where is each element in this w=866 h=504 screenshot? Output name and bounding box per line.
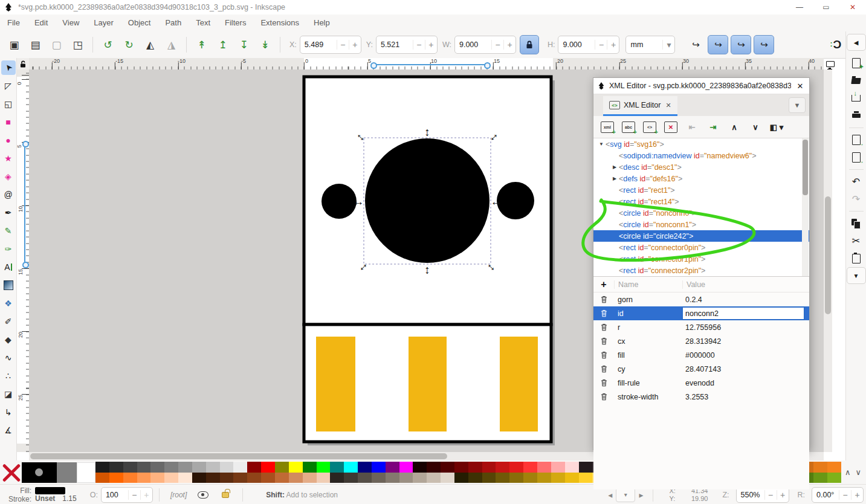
palette-swatch[interactable]: [164, 473, 178, 483]
unit-dropdown[interactable]: mm ▾: [625, 36, 675, 54]
attribute-value[interactable]: evenodd: [682, 379, 809, 387]
palette-swatch[interactable]: [109, 462, 123, 473]
palette-swatch[interactable]: [95, 473, 109, 483]
attribute-row-fill-rule[interactable]: fill-ruleevenodd: [593, 376, 809, 390]
attribute-row-gorn[interactable]: gorn0.2.4: [593, 292, 809, 306]
delete-attribute-icon[interactable]: [593, 323, 614, 331]
snap-toggle-button[interactable]: :Ɔ: [830, 38, 841, 51]
palette-swatch[interactable]: [206, 462, 220, 473]
left-small-circle[interactable]: [322, 184, 357, 219]
xml-tree-node-namedview6[interactable]: <sodipodi:namedview id="namedview6">: [593, 150, 809, 161]
palette-swatch[interactable]: [261, 462, 275, 473]
x-increment[interactable]: +: [349, 40, 361, 50]
xml-tree-node-connector2pin[interactable]: <rect id="connector2pin">: [593, 265, 809, 276]
rotation-decrement[interactable]: −: [839, 490, 851, 500]
open-file-button[interactable]: [847, 72, 865, 89]
paste-button[interactable]: [847, 250, 865, 267]
palette-swatch[interactable]: [178, 473, 192, 483]
attribute-row-stroke-width[interactable]: stroke-width3.2553: [593, 390, 809, 404]
gray-swatch[interactable]: [57, 462, 77, 483]
palette-swatch[interactable]: [275, 473, 289, 483]
collapse-panel-button[interactable]: ◀: [847, 34, 866, 51]
palette-swatch[interactable]: [289, 473, 303, 483]
menu-help[interactable]: Help: [306, 15, 337, 31]
close-button[interactable]: ✕: [839, 0, 866, 15]
palette-swatch[interactable]: [482, 462, 496, 473]
scale-rect-corners-toggle[interactable]: ↪: [731, 35, 751, 54]
palette-swatch[interactable]: [523, 462, 537, 473]
undo-button[interactable]: ↶: [847, 173, 865, 190]
next-page-arrow[interactable]: ▸: [639, 490, 643, 500]
y-spinbox[interactable]: 5.521 − +: [376, 36, 438, 54]
add-attribute-button[interactable]: +: [593, 279, 614, 290]
palette-swatch[interactable]: [192, 473, 206, 483]
y-increment[interactable]: +: [425, 40, 437, 50]
pen-tool[interactable]: ✒: [1, 205, 16, 220]
indent-node-button[interactable]: ⇥: [705, 120, 721, 134]
attribute-row-cx[interactable]: cx28.313942: [593, 334, 809, 348]
palette-swatch[interactable]: [441, 462, 454, 473]
save-document-button[interactable]: [847, 89, 865, 107]
palette-swatch[interactable]: [551, 462, 565, 473]
connector-pad-3[interactable]: [500, 337, 538, 431]
attribute-value[interactable]: 3.2553: [682, 393, 809, 401]
xml-editor-titlebar[interactable]: XML Editor - svg.pcb.kk0000_22389836a0af…: [593, 78, 809, 94]
attribute-row-cy[interactable]: cy28.407143: [593, 362, 809, 376]
palette-swatch[interactable]: [454, 462, 468, 473]
palette-swatch[interactable]: [317, 462, 331, 473]
delete-attribute-icon[interactable]: [593, 393, 614, 401]
xml-tree-node-nonconn1[interactable]: <circle id="nonconn1">: [593, 219, 809, 230]
lower-one-step-button[interactable]: ↧: [234, 35, 254, 54]
calligraphy-tool[interactable]: ✑: [1, 242, 16, 256]
selected-large-circle[interactable]: [365, 138, 490, 263]
scale-handle-top[interactable]: ↕: [424, 126, 430, 138]
palette-swatch[interactable]: [386, 473, 399, 483]
xml-tree-scrollbar-thumb[interactable]: [803, 140, 808, 195]
palette-swatch[interactable]: [427, 462, 441, 473]
maximize-button[interactable]: ▭: [813, 0, 839, 15]
panel-layout-button[interactable]: ◧ ▾: [769, 120, 784, 134]
palette-swatch[interactable]: [233, 473, 247, 483]
duplicate-node-button[interactable]: <>+: [642, 120, 658, 134]
move-as-group-toggle[interactable]: ↪: [686, 36, 705, 54]
palette-swatch[interactable]: [399, 462, 413, 473]
node-tool[interactable]: ◸: [1, 79, 16, 93]
expand-arrow-icon[interactable]: ▶: [610, 164, 619, 170]
palette-swatch[interactable]: [233, 462, 247, 473]
deselect-button[interactable]: ▢: [47, 35, 66, 54]
scale-handle-bottom[interactable]: ↕: [424, 264, 430, 276]
connector-tool[interactable]: ↳: [1, 405, 16, 419]
tab-overflow-chevron[interactable]: ▼: [789, 97, 806, 113]
xml-tree-node-svg16[interactable]: ▼<svg id="svg16">: [593, 138, 809, 150]
rotate-ccw-button[interactable]: ↺: [98, 35, 118, 54]
attribute-row-id[interactable]: id: [593, 306, 809, 320]
palette-swatch[interactable]: [220, 473, 234, 483]
redo-button[interactable]: ↷: [847, 190, 865, 208]
w-increment[interactable]: +: [503, 40, 515, 50]
layer-unlock-icon[interactable]: [222, 492, 229, 498]
palette-swatch[interactable]: [441, 473, 454, 483]
palette-swatch[interactable]: [123, 462, 137, 473]
stroke-value[interactable]: Unset: [35, 494, 55, 503]
palette-swatch[interactable]: [344, 462, 358, 473]
right-small-circle[interactable]: [497, 182, 534, 219]
y-decrement[interactable]: −: [413, 40, 425, 50]
pencil-tool[interactable]: ✎: [1, 224, 16, 238]
palette-swatch[interactable]: [454, 473, 468, 483]
copy-button[interactable]: [847, 215, 865, 232]
zoom-increment[interactable]: +: [777, 490, 789, 500]
x-decrement[interactable]: −: [337, 40, 349, 50]
rotation-increment[interactable]: +: [851, 490, 863, 500]
palette-swatch[interactable]: [330, 462, 344, 473]
text-tool[interactable]: A: [1, 260, 16, 274]
menu-edit[interactable]: Edit: [27, 15, 55, 31]
palette-swatch[interactable]: [247, 462, 261, 473]
palette-scroll-up[interactable]: ∧: [845, 468, 851, 477]
no-color-swatch[interactable]: [1, 462, 22, 483]
lower-to-bottom-button[interactable]: ↡: [255, 35, 275, 54]
menu-path[interactable]: Path: [158, 15, 189, 31]
fill-color-swatch[interactable]: [35, 487, 65, 494]
attribute-row-r[interactable]: r12.755956: [593, 320, 809, 334]
opacity-decrement[interactable]: −: [128, 490, 140, 500]
menu-view[interactable]: View: [55, 15, 86, 31]
